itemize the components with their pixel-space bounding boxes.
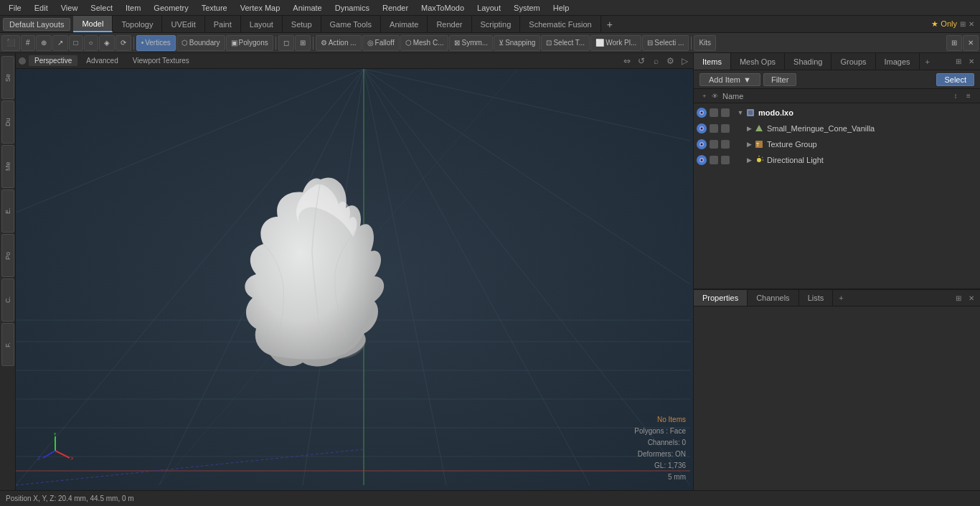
tb-origin-btn[interactable]: ⊕	[36, 35, 52, 51]
star-only-label[interactable]: ★ Only	[931, 19, 957, 29]
menu-animate[interactable]: Animate	[287, 2, 327, 14]
tb-polygons-btn[interactable]: ▣ Polygons	[226, 35, 273, 51]
select-button[interactable]: Select	[936, 73, 974, 86]
tree-eye-meringue[interactable]	[697, 123, 707, 133]
tb-work-pl-btn[interactable]: ⬜ Work Pl...	[590, 35, 641, 51]
menu-geometry[interactable]: Geometry	[148, 2, 194, 14]
tree-expand-texture[interactable]: ▶	[745, 141, 753, 148]
layout-tab-paint[interactable]: Paint	[205, 16, 241, 32]
menu-edit[interactable]: Edit	[29, 2, 54, 14]
tree-render-light[interactable]	[721, 156, 730, 164]
sidebar-btn-select[interactable]: Se	[1, 56, 14, 99]
sidebar-btn-mesh[interactable]: Me	[1, 145, 14, 188]
tree-row-meringue[interactable]: ▶ Small_Meringue_Cone_Vanilla	[694, 121, 980, 136]
sidebar-btn-f[interactable]: F.	[1, 323, 14, 366]
menu-system[interactable]: System	[508, 2, 546, 14]
tb-select-btn[interactable]: ↗	[52, 35, 68, 51]
menu-view[interactable]: View	[55, 2, 84, 14]
layout-tab-setup[interactable]: Setup	[283, 16, 321, 32]
tb-mesh-btn[interactable]: ⬡ Mesh C...	[400, 35, 449, 51]
tree-eye-texture[interactable]	[697, 139, 707, 149]
items-tab-plus[interactable]: +	[920, 56, 936, 67]
sidebar-btn-dup[interactable]: Du	[1, 100, 14, 144]
layout-tab-scripting[interactable]: Scripting	[472, 16, 521, 32]
layout-tab-plus[interactable]: +	[601, 17, 618, 32]
tb-close-btn[interactable]: ✕	[963, 35, 979, 51]
col-header-vis[interactable]: 👁	[710, 91, 720, 101]
tb-expand-btn[interactable]: ⊞	[946, 35, 962, 51]
tree-lock-light[interactable]	[710, 156, 718, 164]
tree-row-modo-lxo[interactable]: ▼ modo.lxo	[694, 105, 980, 121]
props-tab-channels[interactable]: Channels	[748, 290, 798, 306]
items-tab-images[interactable]: Images	[876, 53, 920, 70]
menu-file[interactable]: File	[3, 2, 27, 14]
close-icon[interactable]: ✕	[969, 20, 974, 28]
items-tab-mesh-ops[interactable]: Mesh Ops	[731, 53, 785, 70]
props-panel-close[interactable]: ✕	[966, 292, 977, 304]
props-tab-properties[interactable]: Properties	[694, 290, 748, 306]
tb-snapping-btn[interactable]: ⊻ Snapping	[494, 35, 540, 51]
viewport-icon-refresh[interactable]: ↺	[636, 55, 647, 67]
tb-kits-btn[interactable]: Kits	[694, 35, 716, 51]
menu-texture[interactable]: Texture	[196, 2, 233, 14]
tree-render-modo-lxo[interactable]	[721, 108, 730, 117]
layout-tab-schematic[interactable]: Schematic Fusion	[520, 16, 600, 32]
tree-expand-light[interactable]: ▶	[745, 156, 753, 164]
tree-row-texture-group[interactable]: ▶ T Texture Group	[694, 136, 980, 152]
tb-grid-btn[interactable]: #	[21, 35, 35, 51]
menu-layout[interactable]: Layout	[471, 2, 507, 14]
tree-lock-meringue[interactable]	[710, 124, 718, 133]
menu-maxtomode[interactable]: MaxToModo	[415, 2, 470, 14]
sidebar-btn-pol[interactable]: Po	[1, 234, 14, 277]
layout-tab-topology[interactable]: Topology	[113, 16, 162, 32]
col-filter-icon[interactable]: ≡	[963, 90, 974, 102]
viewport-canvas[interactable]: X Y Z No Items Polygons : Face Channels:…	[16, 69, 693, 490]
col-header-sort[interactable]: +	[699, 91, 710, 101]
col-sort-icon[interactable]: ↕	[950, 90, 961, 102]
tree-lock-texture[interactable]	[710, 140, 718, 149]
layout-tab-layout[interactable]: Layout	[241, 16, 283, 32]
tb-toggle-btn[interactable]: ⬛	[1, 35, 20, 51]
menu-select[interactable]: Select	[85, 2, 118, 14]
items-panel-expand[interactable]: ⊞	[953, 56, 964, 67]
sidebar-btn-c[interactable]: C.	[1, 278, 14, 322]
layout-tab-render[interactable]: Render	[428, 16, 471, 32]
viewport-tab-textures[interactable]: Viewport Textures	[127, 55, 195, 66]
layout-tab-model[interactable]: Model	[73, 16, 113, 32]
items-panel-close[interactable]: ✕	[966, 56, 977, 67]
menu-render[interactable]: Render	[377, 2, 414, 14]
tb-rect-btn[interactable]: □	[69, 35, 83, 51]
tb-mode-btn[interactable]: ◻	[278, 35, 294, 51]
viewport-icon-search[interactable]: ⌕	[650, 55, 661, 67]
tb-symm-btn[interactable]: ⊠ Symm...	[449, 35, 493, 51]
tb-circle-btn[interactable]: ○	[84, 35, 98, 51]
tree-expand-modo-lxo[interactable]: ▼	[737, 109, 744, 116]
sidebar-btn-edge[interactable]: E.	[1, 189, 14, 233]
items-tab-items[interactable]: Items	[694, 53, 731, 70]
tree-expand-meringue[interactable]: ▶	[745, 125, 753, 132]
tree-eye-modo-lxo[interactable]	[697, 108, 707, 118]
items-tab-groups[interactable]: Groups	[831, 53, 875, 70]
tb-vertices-btn[interactable]: • Vertices	[136, 35, 176, 51]
viewport-icon-arrows[interactable]: ⇔	[621, 55, 633, 67]
tb-select-t-btn[interactable]: ⊡ Select T...	[541, 35, 590, 51]
props-tab-lists[interactable]: Lists	[799, 290, 834, 306]
menu-vertex-map[interactable]: Vertex Map	[235, 2, 286, 14]
filter-button[interactable]: Filter	[763, 73, 796, 86]
tb-sym-btn[interactable]: ⊞	[295, 35, 311, 51]
viewport-icon-expand[interactable]: ▷	[679, 55, 690, 67]
menu-item[interactable]: Item	[120, 2, 146, 14]
props-tab-plus[interactable]: +	[833, 292, 849, 304]
layout-tab-animate[interactable]: Animate	[381, 16, 428, 32]
menu-dynamics[interactable]: Dynamics	[329, 2, 375, 14]
tree-row-dir-light[interactable]: ▶ Directional Light	[694, 152, 980, 168]
tree-eye-light[interactable]	[697, 155, 707, 165]
add-item-button[interactable]: Add Item ▼	[699, 73, 760, 86]
tree-render-texture[interactable]	[721, 140, 730, 149]
expand-icon[interactable]: ⊞	[960, 20, 966, 28]
tb-falloff-btn[interactable]: ◎ Falloff	[362, 35, 400, 51]
tree-lock-modo-lxo[interactable]	[710, 108, 718, 117]
viewport-tab-advanced[interactable]: Advanced	[80, 55, 123, 66]
tb-selecti-btn[interactable]: ⊟ Selecti ...	[642, 35, 689, 51]
menu-help[interactable]: Help	[547, 2, 575, 14]
